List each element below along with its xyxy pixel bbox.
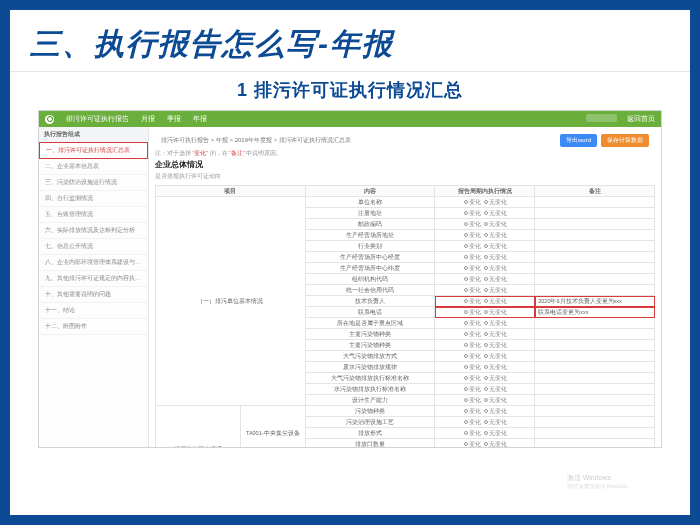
nav-month[interactable]: 月报: [141, 114, 155, 124]
exec-radio-cell[interactable]: 变化 无变化: [435, 318, 535, 329]
row-remark[interactable]: [535, 219, 655, 230]
sidebar-item[interactable]: 十一、结论: [39, 303, 148, 319]
radio-change-icon[interactable]: [464, 409, 468, 413]
radio-change-icon[interactable]: [464, 277, 468, 281]
radio-nochange-icon[interactable]: [484, 387, 488, 391]
sidebar-item[interactable]: 八、企业内部环境管理体系建设与运行情况: [39, 255, 148, 271]
radio-nochange-icon[interactable]: [484, 277, 488, 281]
sidebar-item[interactable]: 四、自行监测情况: [39, 191, 148, 207]
radio-nochange-icon[interactable]: [484, 299, 488, 303]
row-remark[interactable]: [535, 241, 655, 252]
radio-change-icon[interactable]: [464, 299, 468, 303]
exec-radio-cell[interactable]: 变化 无变化: [435, 252, 535, 263]
sidebar-item[interactable]: 三、污染防治设施运行情况: [39, 175, 148, 191]
row-remark[interactable]: 联系电话变更为xxx: [535, 307, 655, 318]
radio-nochange-icon[interactable]: [484, 442, 488, 446]
row-remark[interactable]: [535, 274, 655, 285]
radio-change-icon[interactable]: [464, 431, 468, 435]
radio-change-icon[interactable]: [464, 200, 468, 204]
radio-nochange-icon[interactable]: [484, 321, 488, 325]
radio-nochange-icon[interactable]: [484, 343, 488, 347]
sidebar-item[interactable]: 六、实际排放情况及达标判定分析: [39, 223, 148, 239]
sidebar-item[interactable]: 十二、附图附件: [39, 319, 148, 335]
row-remark[interactable]: [535, 340, 655, 351]
row-remark[interactable]: 2020年6月技术负责人变更为xxx: [535, 296, 655, 307]
row-remark[interactable]: [535, 351, 655, 362]
radio-change-icon[interactable]: [464, 343, 468, 347]
exec-radio-cell[interactable]: 变化 无变化: [435, 384, 535, 395]
radio-nochange-icon[interactable]: [484, 222, 488, 226]
radio-change-icon[interactable]: [464, 354, 468, 358]
exec-radio-cell[interactable]: 变化 无变化: [435, 263, 535, 274]
sidebar-item[interactable]: 七、信息公开情况: [39, 239, 148, 255]
exec-radio-cell[interactable]: 变化 无变化: [435, 439, 535, 448]
radio-change-icon[interactable]: [464, 321, 468, 325]
row-remark[interactable]: [535, 428, 655, 439]
row-remark[interactable]: [535, 329, 655, 340]
sidebar-item[interactable]: 二、企业基本信息表: [39, 159, 148, 175]
radio-change-icon[interactable]: [464, 387, 468, 391]
exec-radio-cell[interactable]: 变化 无变化: [435, 373, 535, 384]
exec-radio-cell[interactable]: 变化 无变化: [435, 406, 535, 417]
row-remark[interactable]: [535, 318, 655, 329]
radio-change-icon[interactable]: [464, 255, 468, 259]
nav-quarter[interactable]: 季报: [167, 114, 181, 124]
sidebar-item[interactable]: 五、台账管理情况: [39, 207, 148, 223]
row-remark[interactable]: [535, 417, 655, 428]
exec-radio-cell[interactable]: 变化 无变化: [435, 208, 535, 219]
radio-change-icon[interactable]: [464, 244, 468, 248]
radio-change-icon[interactable]: [464, 376, 468, 380]
exec-radio-cell[interactable]: 变化 无变化: [435, 351, 535, 362]
radio-change-icon[interactable]: [464, 398, 468, 402]
row-remark[interactable]: [535, 197, 655, 208]
exec-radio-cell[interactable]: 变化 无变化: [435, 362, 535, 373]
radio-nochange-icon[interactable]: [484, 398, 488, 402]
row-remark[interactable]: [535, 230, 655, 241]
exec-radio-cell[interactable]: 变化 无变化: [435, 197, 535, 208]
row-remark[interactable]: [535, 208, 655, 219]
radio-nochange-icon[interactable]: [484, 244, 488, 248]
row-remark[interactable]: [535, 395, 655, 406]
radio-change-icon[interactable]: [464, 266, 468, 270]
exec-radio-cell[interactable]: 变化 无变化: [435, 395, 535, 406]
radio-nochange-icon[interactable]: [484, 420, 488, 424]
radio-nochange-icon[interactable]: [484, 266, 488, 270]
export-word-button[interactable]: 导出word: [560, 134, 597, 147]
nav-year[interactable]: 年报: [193, 114, 207, 124]
row-remark[interactable]: [535, 362, 655, 373]
radio-nochange-icon[interactable]: [484, 409, 488, 413]
radio-nochange-icon[interactable]: [484, 255, 488, 259]
radio-change-icon[interactable]: [464, 288, 468, 292]
radio-change-icon[interactable]: [464, 442, 468, 446]
exec-radio-cell[interactable]: 变化 无变化: [435, 230, 535, 241]
radio-change-icon[interactable]: [464, 211, 468, 215]
row-remark[interactable]: [535, 263, 655, 274]
sidebar-item[interactable]: 九、其他排污许可证规定的内容执行情况: [39, 271, 148, 287]
exec-radio-cell[interactable]: 变化 无变化: [435, 219, 535, 230]
sidebar-item[interactable]: 十、其他需要说明的问题: [39, 287, 148, 303]
radio-change-icon[interactable]: [464, 420, 468, 424]
row-remark[interactable]: [535, 384, 655, 395]
exec-radio-cell[interactable]: 变化 无变化: [435, 428, 535, 439]
radio-nochange-icon[interactable]: [484, 376, 488, 380]
radio-nochange-icon[interactable]: [484, 310, 488, 314]
exec-radio-cell[interactable]: 变化 无变化: [435, 285, 535, 296]
radio-nochange-icon[interactable]: [484, 431, 488, 435]
radio-change-icon[interactable]: [464, 332, 468, 336]
radio-change-icon[interactable]: [464, 233, 468, 237]
radio-nochange-icon[interactable]: [484, 354, 488, 358]
exec-radio-cell[interactable]: 变化 无变化: [435, 340, 535, 351]
row-remark[interactable]: [535, 373, 655, 384]
exec-radio-cell[interactable]: 变化 无变化: [435, 296, 535, 307]
exec-radio-cell[interactable]: 变化 无变化: [435, 241, 535, 252]
exec-radio-cell[interactable]: 变化 无变化: [435, 274, 535, 285]
radio-nochange-icon[interactable]: [484, 365, 488, 369]
row-remark[interactable]: [535, 252, 655, 263]
exec-radio-cell[interactable]: 变化 无变化: [435, 417, 535, 428]
radio-nochange-icon[interactable]: [484, 211, 488, 215]
radio-change-icon[interactable]: [464, 365, 468, 369]
nav-return[interactable]: 返回首页: [627, 114, 655, 124]
radio-change-icon[interactable]: [464, 310, 468, 314]
exec-radio-cell[interactable]: 变化 无变化: [435, 307, 535, 318]
radio-nochange-icon[interactable]: [484, 332, 488, 336]
